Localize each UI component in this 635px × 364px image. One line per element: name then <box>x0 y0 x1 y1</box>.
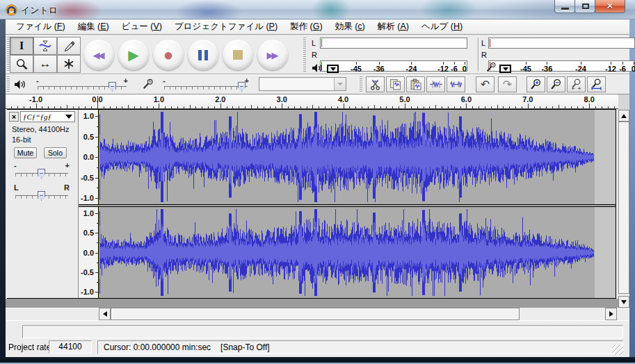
play-button[interactable]: ▶ <box>118 40 149 70</box>
resize-grip[interactable] <box>612 345 623 355</box>
skip-to-start-button[interactable]: ◀◀ <box>83 40 114 70</box>
vscroll-thumb[interactable] <box>618 122 629 294</box>
vruler-label: 0.5 <box>83 229 94 237</box>
vscroll-up-button[interactable] <box>618 110 629 122</box>
menu-item-7[interactable]: 解析 (A) <box>371 19 415 34</box>
vertical-ruler-right-channel[interactable]: 1.00.50.0-0.5-1.0 <box>79 207 98 298</box>
ruler-tick <box>331 106 332 108</box>
record-button[interactable]: ● <box>153 40 184 70</box>
zoom-out-button[interactable] <box>547 76 565 92</box>
hscroll-thumb[interactable] <box>111 308 520 320</box>
minimize-button[interactable] <box>554 0 575 13</box>
maximize-button[interactable] <box>574 0 595 13</box>
ruler-tick <box>386 106 387 108</box>
mute-button[interactable]: Mute <box>14 147 37 158</box>
ruler-label: 8.0 <box>584 95 595 104</box>
menu-item-4[interactable]: プロジェクトファイル (P) <box>168 19 284 34</box>
playback-meter[interactable]: L R -45-36-24-12-60 <box>310 36 477 74</box>
waveform-left-channel[interactable] <box>99 110 616 204</box>
track-gain-thumb[interactable] <box>38 169 45 179</box>
selection-tool-button[interactable]: I <box>10 37 33 55</box>
toolbar-grip[interactable] <box>360 76 362 92</box>
timeshift-tool-button[interactable]: ↔ <box>33 55 57 73</box>
after-clip-area[interactable] <box>595 207 616 298</box>
ruler-tick <box>264 106 264 108</box>
multi-tool-button[interactable] <box>57 55 81 73</box>
ruler-tick <box>30 106 31 108</box>
hscroll-right-button[interactable] <box>605 308 617 320</box>
ruler-tick <box>67 105 67 108</box>
menu-item-3[interactable]: ビュー (V) <box>115 19 168 34</box>
input-device-combo[interactable] <box>259 77 346 91</box>
ruler-tick <box>312 105 313 108</box>
input-volume-thumb[interactable] <box>238 82 246 92</box>
close-button[interactable]: ✕ <box>595 0 625 13</box>
ruler-tick <box>184 106 184 108</box>
meter-scale-label: -24 <box>575 65 586 73</box>
ruler-tick <box>116 106 117 108</box>
zoom-tool-button[interactable] <box>10 55 33 73</box>
fit-project-button[interactable] <box>587 76 606 92</box>
ruler-label: 1.0 <box>154 95 164 104</box>
input-volume-slider[interactable]: - + <box>160 78 252 92</box>
menu-item-1[interactable]: ファイル (F) <box>10 19 72 34</box>
cursor-status-field: Cursor: 0:00.000000 min:sec [Snap-To Off… <box>97 340 623 354</box>
toolbar-grip[interactable] <box>7 76 10 92</box>
solo-button[interactable]: Solo <box>44 147 67 158</box>
timeline-ruler[interactable]: -1.00.01.02.03.04.05.06.07.08.0 <box>6 94 618 109</box>
trim-outside-selection-button[interactable] <box>426 76 445 92</box>
playback-meter-dropdown-button[interactable] <box>327 65 339 73</box>
ruler-tick <box>602 106 602 108</box>
ruler-tick <box>362 106 362 108</box>
menu-item-8[interactable]: ヘルプ (H) <box>415 19 469 34</box>
copy-button[interactable] <box>386 76 405 92</box>
waveform-right-channel[interactable] <box>99 207 616 298</box>
skip-to-end-button[interactable]: ▶▶ <box>257 40 288 70</box>
redo-button[interactable]: ↷ <box>498 76 517 92</box>
meter-scale-label: -45 <box>351 65 362 73</box>
record-meter[interactable]: L R -45-36-24-12-60 <box>480 36 635 74</box>
menu-item-2[interactable]: 編集 (E) <box>72 19 115 34</box>
vscroll-down-button[interactable] <box>618 296 629 308</box>
slider-min-label: L <box>14 183 19 192</box>
snap-to-status: [Snap-To Off] <box>220 342 269 352</box>
menu-item-5[interactable]: 製作 (G) <box>284 19 329 34</box>
pause-button[interactable] <box>188 40 218 70</box>
track-pan-slider[interactable]: L R <box>13 185 71 201</box>
titlebar[interactable]: イントロ ✕ <box>0 0 635 19</box>
stop-button[interactable] <box>223 40 253 70</box>
output-volume-slider[interactable]: - + <box>33 78 131 92</box>
hscroll-left-button[interactable] <box>99 308 111 320</box>
track-gain-slider[interactable]: - + <box>13 163 71 179</box>
pencil-icon <box>63 40 75 52</box>
menu-item-6[interactable]: 効果 (c) <box>329 19 371 34</box>
ruler-tick <box>460 106 461 108</box>
toolbar-grip[interactable] <box>303 38 306 72</box>
window-border-left <box>0 19 6 357</box>
combo-dropdown-button[interactable] <box>334 78 346 90</box>
track-pan-thumb[interactable] <box>38 191 45 201</box>
paste-button[interactable] <box>406 76 425 92</box>
ruler-tick <box>227 106 227 108</box>
track-title-field[interactable]: ƒCƒ“ƒgƒ <box>20 111 75 122</box>
record-meter-dropdown-button[interactable] <box>499 65 511 73</box>
zoom-in-button[interactable] <box>527 76 545 92</box>
draw-tool-button[interactable] <box>57 37 81 55</box>
cut-button[interactable] <box>366 76 385 92</box>
silence-selection-button[interactable] <box>447 76 465 92</box>
ruler-tick <box>319 106 319 108</box>
close-icon: ✕ <box>595 1 625 11</box>
vertical-ruler-left-channel[interactable]: 1.00.50.0-0.5-1.0 <box>79 110 98 204</box>
output-volume-thumb[interactable] <box>108 82 116 92</box>
after-clip-area[interactable] <box>595 110 616 204</box>
envelope-tool-button[interactable] <box>33 37 57 55</box>
undo-button[interactable]: ↶ <box>476 76 495 92</box>
meter-scale-label: -6 <box>451 65 458 73</box>
track-close-button[interactable]: × <box>9 112 19 122</box>
ruler-tick <box>528 104 529 108</box>
cursor-position-text: Cursor: 0:00.000000 min:sec <box>104 342 211 352</box>
fit-selection-button[interactable] <box>567 76 586 92</box>
ruler-tick <box>546 106 547 108</box>
ruler-tick <box>583 106 584 108</box>
ruler-tick <box>140 106 141 108</box>
